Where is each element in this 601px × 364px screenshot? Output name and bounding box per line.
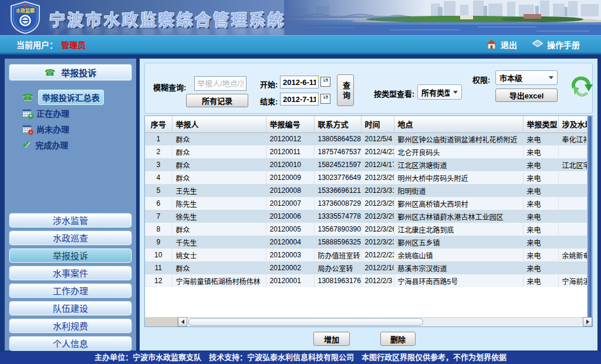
sidebar-panel-header[interactable]: ☎ 举报投诉 [9,64,131,80]
table-row[interactable]: 2 群众 20120011 18757467537 2012/4/23 北仑开良… [145,145,588,158]
menu-water-supervision[interactable]: 涉水监管 [9,213,131,227]
menu-report-complaint[interactable]: 举报投诉 [9,249,131,263]
end-date-input[interactable] [280,93,319,106]
menu-water-fees[interactable]: 水利规费 [9,319,131,333]
fuzzy-query-input[interactable] [194,76,247,91]
table-row[interactable]: 12 宁海前童镇柘湖杨村杨伟林 20120001 13081963176 201… [145,274,588,287]
table-row[interactable]: 11 群众 20120002 局办公室转 2012/2/10 慈溪市宗汉街道 来… [145,261,588,274]
calendar-icon[interactable]: 15 [320,77,330,87]
export-excel-button[interactable]: 导出excel [495,89,558,102]
cell-reporter: 群众 [172,261,266,274]
scroll-left-button[interactable] [178,317,187,326]
table-row[interactable]: 7 徐先生 20120006 13335574778 2012/3/29 鄞州区… [145,210,588,223]
table-row[interactable]: 6 陈先生 20120007 13736008729 2012/3/29 鄞州区… [145,197,588,210]
sidebar-item-in-progress[interactable]: 正在办理 [22,105,131,121]
cell-index: 8 [145,223,172,236]
menu-water-cases[interactable]: 水事案件 [9,266,131,280]
table-row[interactable]: 5 王先生 20120008 15336696121 2012/3/31 阳明街… [145,184,588,197]
cell-time: 2012/3/23 [361,236,394,249]
app-banner: 水政监察 宁波市水政监察综合管理系统 [0,0,601,35]
cell-index: 9 [145,236,172,249]
scroll-left-icon [181,319,184,324]
cell-location: 阳明街道 [394,184,523,197]
col-header-location[interactable]: 地点 [394,116,523,132]
scroll-right-button[interactable] [583,317,592,326]
table-row[interactable]: 10 姚女士 20120003 防办值班室转 2012/2/23 余姚临山镇 来… [145,249,588,261]
cell-report-no: 20120003 [266,249,314,261]
col-header-contact[interactable]: 联系方式 [314,116,361,132]
vertical-scrollbar[interactable] [587,116,592,318]
scrollbar-corner [145,317,178,326]
refresh-icon[interactable] [569,72,593,98]
menu-work-handling[interactable]: 工作办理 [9,284,131,298]
cell-contact: 18757467537 [314,145,361,158]
table-row[interactable]: 8 群众 20120005 13567890390 2012/3/26 江北康庄… [145,223,588,236]
add-button[interactable]: 增加 [313,332,350,346]
cell-index: 3 [145,158,172,171]
scrollbar-track[interactable] [187,317,583,326]
delete-button[interactable]: 删除 [380,332,416,346]
vertical-scrollbar-thumb[interactable] [588,116,592,318]
sidebar-item-pending[interactable]: 尚未办理 [22,121,131,137]
cell-contact: 13736008729 [314,197,361,210]
col-header-time[interactable]: 时间 [361,116,394,132]
cell-type: 来电 [523,145,558,158]
cell-type: 来电 [523,184,558,197]
cell-location: 宁海县环南西路5号 [394,274,523,287]
manual-link[interactable]: 操作手册 [532,39,580,50]
cell-type: 来电 [523,249,558,261]
type-filter-dropdown[interactable]: 所有类型 [417,84,462,100]
start-date-input[interactable] [280,76,319,89]
cell-contact: 15888596325 [314,236,361,249]
cell-index: 6 [145,197,172,210]
table-row[interactable]: 4 群众 20120009 13023776649 2012/3/29 明州大桥… [145,171,588,184]
table-row[interactable]: 3 群众 20120010 15824521597 2012/4/17 江北区洪… [145,158,588,171]
menu-water-patrol[interactable]: 水政巡查 [9,231,131,245]
cell-index: 5 [145,184,172,197]
type-filter-value: 所有类型 [418,87,450,98]
table-row[interactable]: 1 群众 20120012 13805864528 2012/5/4 鄞州区钟公… [145,132,588,145]
permission-dropdown[interactable]: 市本级 [495,70,558,85]
cell-index: 11 [145,261,172,274]
query-button[interactable]: 查询 [337,74,354,106]
cell-index: 7 [145,210,172,223]
sidebar-item-report-summary[interactable]: ☎ 举报投诉汇总表 [22,89,131,105]
phone-icon: ☎ [22,93,33,101]
cell-report-no: 20120011 [266,145,314,158]
current-user-label: 当前用户： [16,39,58,50]
cell-contact: 13023776649 [314,171,361,184]
col-header-waters[interactable]: 涉及水域 [558,116,588,132]
cell-location: 鄞州区钟公庙街道铜盆浦村礼花桥附近 [394,132,523,145]
logout-link[interactable]: 退出 [487,39,517,50]
calendar-icon[interactable]: 15 [320,94,330,104]
col-header-reporter[interactable]: 举报人 [172,116,266,132]
cell-report-no: 20120004 [266,236,314,249]
cell-report-no: 20120006 [266,210,314,223]
main-content: 模糊查询: 所有记录 开始: 15 结束: 15 查询 按类型查看: 所有类型 … [140,59,597,351]
sidebar-item-completed[interactable]: ✔ 完成办理 [22,137,131,152]
table-row[interactable]: 9 千先生 20120004 15888596325 2012/3/23 鄞州区… [145,236,588,249]
logo-text: 水政监察 [15,8,35,13]
cell-type: 来电 [523,158,558,171]
horizontal-scrollbar-thumb[interactable] [188,318,423,326]
cell-reporter: 群众 [172,158,266,171]
app-title: 宁波市水政监察综合管理系统 [49,8,286,30]
phone-icon: ☎ [45,68,56,77]
cell-time: 2012/3/29 [361,171,394,184]
col-header-report-no[interactable]: 举报编号 [266,116,314,132]
horizontal-scrollbar[interactable] [145,317,592,326]
panel-title: 举报投诉 [61,66,96,79]
cell-contact: 13335574778 [314,210,361,223]
cell-reporter: 王先生 [172,184,266,197]
cell-index: 2 [145,145,172,158]
sidebar-item-label: 举报投诉汇总表 [38,90,104,105]
menu-personal-info[interactable]: 个人信息 [9,336,131,351]
menu-team-building[interactable]: 队伍建设 [9,301,131,315]
all-records-button[interactable]: 所有记录 [186,94,248,107]
col-header-type[interactable]: 举报类型 [523,116,558,132]
cell-time: 2012/3/29 [361,197,394,210]
cell-reporter: 群众 [172,223,266,236]
col-header-index[interactable]: 序号 [145,116,172,132]
cell-waters [558,184,588,197]
cell-reporter: 千先生 [172,236,266,249]
